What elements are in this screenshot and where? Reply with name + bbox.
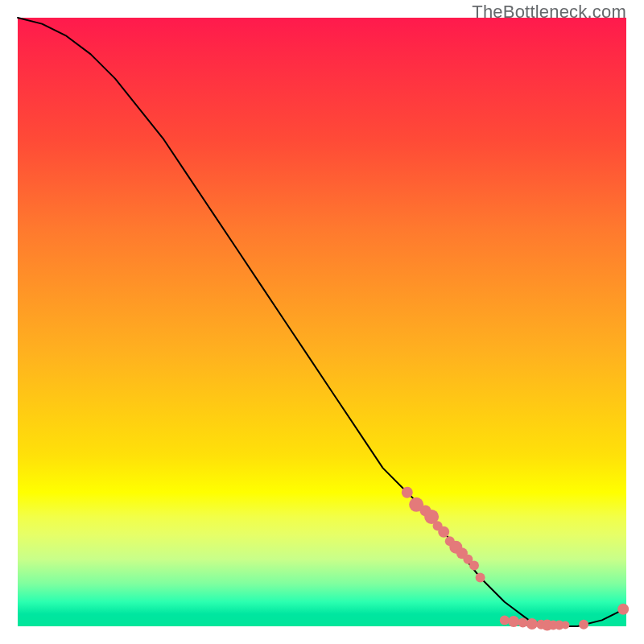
chart-container: TheBottleneck.com — [0, 0, 644, 644]
watermark-text: TheBottleneck.com — [472, 2, 626, 23]
plot-area — [18, 18, 626, 626]
